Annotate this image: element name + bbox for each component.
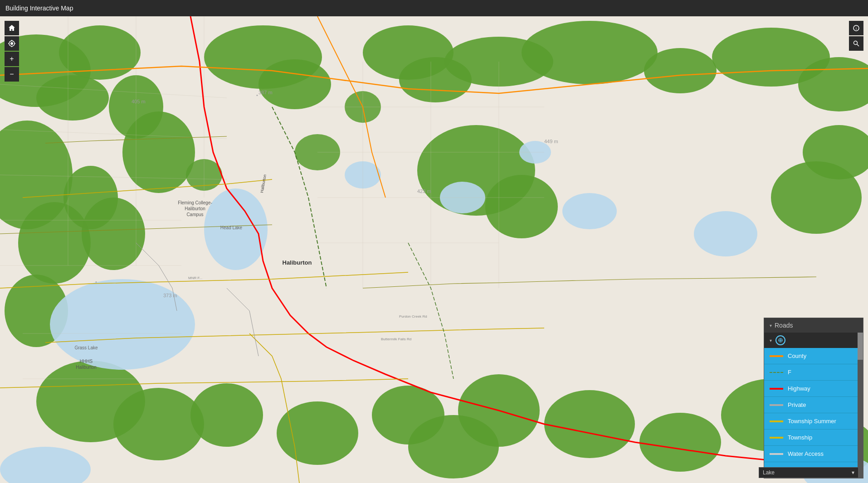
svg-point-26: [190, 383, 263, 447]
svg-point-44: [694, 211, 757, 256]
svg-point-83: [10, 42, 13, 45]
highway-line-sample: [770, 388, 783, 390]
legend-label-highway: Highway: [788, 385, 810, 392]
legend-item-f[interactable]: F: [764, 364, 863, 381]
sublayer-icon: [775, 335, 785, 345]
svg-text:i: i: [856, 26, 857, 31]
water-access-line-sample: [770, 453, 783, 455]
legend-label-private: Private: [788, 401, 806, 408]
home-button[interactable]: [5, 21, 19, 35]
legend-item-water-access[interactable]: Water Access: [764, 446, 863, 462]
app-title: Building Interactive Map: [5, 5, 73, 12]
titlebar: Building Interactive Map: [0, 0, 868, 16]
township-line-sample: [770, 437, 783, 439]
svg-text:Grass Lake: Grass Lake: [74, 345, 98, 350]
legend-item-private[interactable]: Private: [764, 397, 863, 413]
county-line-sample: [770, 355, 783, 357]
svg-text:423 m: 423 m: [417, 188, 431, 194]
legend-scrollbar[interactable]: [858, 333, 863, 478]
svg-text:449 m: 449 m: [544, 139, 558, 144]
svg-text:Fleming College-: Fleming College-: [178, 200, 212, 205]
township-summer-line-sample: [770, 420, 783, 422]
left-toolbar: + −: [5, 21, 19, 82]
svg-point-9: [522, 21, 658, 84]
location-button[interactable]: [5, 36, 19, 51]
svg-point-91: [854, 41, 858, 45]
legend-panel: ▾ Roads ▾: [764, 318, 863, 478]
svg-point-5: [258, 59, 331, 109]
svg-point-17: [82, 198, 145, 270]
chevron-icon: ▾: [770, 338, 772, 343]
svg-text:•: •: [256, 92, 258, 98]
svg-text:MNR F...: MNR F...: [188, 276, 202, 280]
legend-items-container: ▾ County: [764, 333, 863, 478]
info-button[interactable]: i: [849, 21, 863, 35]
svg-point-3: [36, 75, 109, 121]
svg-text:Haliburton: Haliburton: [76, 365, 97, 370]
svg-text:Buttermilk Falls Rd: Buttermilk Falls Rd: [381, 337, 411, 341]
svg-text:373 m: 373 m: [163, 293, 177, 298]
svg-point-32: [639, 413, 721, 472]
svg-text:405 m: 405 m: [132, 99, 146, 104]
legend-label-township: Township: [788, 434, 812, 441]
svg-point-25: [113, 388, 204, 460]
zoom-out-button[interactable]: −: [5, 67, 19, 82]
legend-collapse-icon: ▾: [770, 323, 772, 328]
legend-item-township[interactable]: Township: [764, 430, 863, 446]
search-button[interactable]: [849, 36, 863, 51]
svg-text:HHHS: HHHS: [80, 359, 93, 364]
svg-text:387 m: 387 m: [258, 90, 273, 95]
svg-line-92: [857, 44, 859, 47]
legend-title: Roads: [775, 322, 793, 329]
svg-text:Purdon Creek Rd: Purdon Creek Rd: [399, 314, 427, 319]
legend-label-county: County: [788, 353, 806, 359]
f-line-sample: [770, 372, 783, 373]
legend-header[interactable]: ▾ Roads: [764, 318, 863, 333]
svg-point-10: [644, 48, 717, 93]
svg-point-27: [277, 401, 358, 465]
map-area[interactable]: 405 m 387 m 423 m 449 m 373 m • •: [0, 16, 868, 483]
legend-item-township-summer[interactable]: Township Summer: [764, 413, 863, 430]
map-svg: 405 m 387 m 423 m 449 m 373 m • •: [0, 16, 868, 483]
right-toolbar: i: [849, 21, 863, 51]
legend-label-township-summer: Township Summer: [788, 418, 836, 425]
legend-label-f: F: [788, 369, 791, 376]
svg-point-31: [544, 390, 635, 458]
legend-scrollbar-thumb[interactable]: [858, 333, 863, 360]
legend-bottom-dropdown[interactable]: Lake ▾: [759, 467, 858, 478]
zoom-in-button[interactable]: +: [5, 52, 19, 66]
dropdown-arrow-icon: ▾: [852, 469, 854, 476]
legend-label-water-access: Water Access: [788, 450, 824, 457]
svg-text:Haliburton: Haliburton: [283, 259, 312, 266]
svg-point-21: [485, 175, 558, 238]
legend-sublayer-row[interactable]: ▾: [764, 333, 863, 348]
svg-text:Haliburton: Haliburton: [185, 206, 205, 211]
legend-item-county[interactable]: County: [764, 348, 863, 364]
svg-text:Head Lake: Head Lake: [220, 225, 243, 230]
private-line-sample: [770, 404, 783, 406]
lake-label: Lake: [763, 469, 775, 476]
svg-text:Campus: Campus: [186, 212, 203, 217]
svg-point-43: [562, 193, 617, 229]
legend-item-highway[interactable]: Highway: [764, 381, 863, 397]
